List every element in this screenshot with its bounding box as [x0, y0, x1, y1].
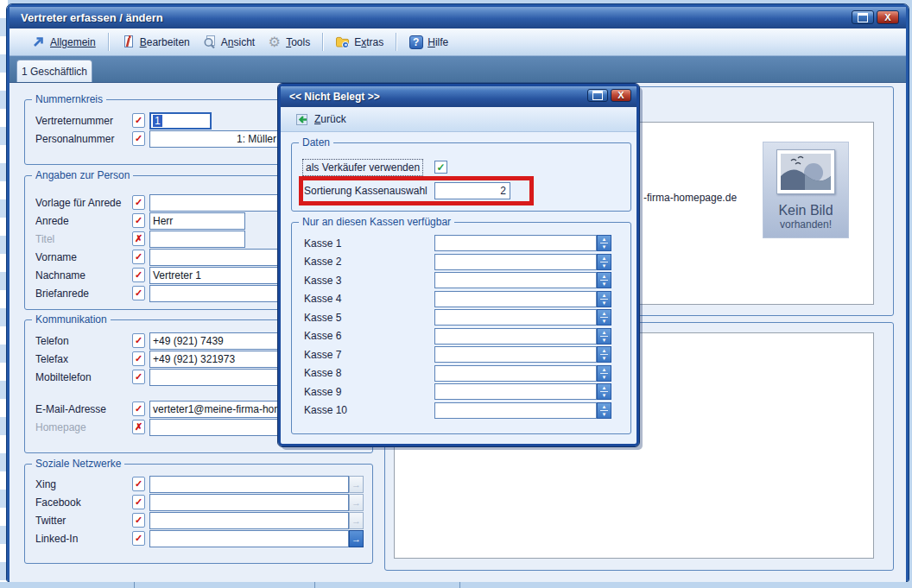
- field-label-xing: Xing: [35, 478, 132, 490]
- background-window-edge: [314, 582, 315, 588]
- kasse-label-7: Kasse 7: [304, 349, 434, 361]
- kasse-row-3: Kasse 3▲▼: [292, 271, 630, 290]
- required-marker-homepage-cross[interactable]: ✗: [132, 420, 145, 434]
- required-marker-vorlage-fuer-anrede-check[interactable]: ✓: [132, 195, 145, 210]
- restore-button[interactable]: [852, 10, 874, 24]
- required-marker-twitter-check[interactable]: ✓: [132, 513, 145, 528]
- spinner-divider: [600, 354, 608, 355]
- kasse-spinner-7[interactable]: ▲▼: [597, 346, 611, 363]
- required-marker-personalnummer-check[interactable]: ✓: [132, 131, 145, 146]
- back-button[interactable]: Zurück: [289, 111, 352, 129]
- required-marker-telefon-check[interactable]: ✓: [132, 333, 145, 348]
- required-marker-mobiltelefon-check[interactable]: ✓: [132, 370, 145, 384]
- required-marker-telefax-check[interactable]: ✓: [132, 351, 145, 366]
- groupbox-title: Soziale Netzwerke: [32, 458, 124, 470]
- kasse-input-5[interactable]: [434, 309, 597, 326]
- menu-bearbeiten[interactable]: Bearbeiten: [115, 32, 196, 52]
- no-image-text-line2: vorhanden!: [780, 218, 832, 231]
- required-marker-nachname-check[interactable]: ✓: [132, 268, 145, 282]
- kasse-input-1[interactable]: [434, 235, 597, 251]
- kasse-spinner-4[interactable]: ▲▼: [597, 291, 611, 307]
- field-input-vertreternummer[interactable]: 1: [149, 112, 212, 130]
- spinner-up-icon: ▲: [602, 348, 607, 353]
- menu-allgemein[interactable]: Allgemein: [25, 32, 102, 52]
- required-marker-facebook-check[interactable]: ✓: [132, 495, 145, 509]
- dialog-title-bar[interactable]: << Nicht Belegt >> X: [281, 86, 636, 107]
- field-label-telefon: Telefon: [35, 335, 132, 347]
- groupbox-title: Nummernkreis: [32, 93, 106, 105]
- menu-ansicht[interactable]: Ansicht: [196, 32, 261, 52]
- spinner-divider: [600, 317, 608, 318]
- kasse-row-10: Kasse 10▲▼: [292, 401, 630, 420]
- kasse-label-6: Kasse 6: [304, 330, 434, 342]
- kasse-label-8: Kasse 8: [304, 367, 434, 379]
- required-marker-linkedin-check[interactable]: ✓: [132, 531, 145, 546]
- dialog-close-button[interactable]: X: [611, 89, 631, 102]
- spinner-down-icon: ▼: [602, 412, 607, 417]
- required-marker-email-check[interactable]: ✓: [132, 401, 145, 416]
- open-link-button-twitter[interactable]: →: [349, 512, 364, 529]
- field-input-linkedin[interactable]: [149, 530, 349, 547]
- field-row-xing: Xing✓→: [25, 475, 372, 493]
- field-input-anrede[interactable]: Herr: [149, 212, 245, 230]
- spinner-up-icon: ▲: [602, 293, 607, 298]
- spinner-down-icon: ▼: [602, 244, 607, 250]
- kasse-row-8: Kasse 8▲▼: [292, 364, 630, 383]
- tab-geschaeftlich[interactable]: 1 Geschäftlich: [16, 60, 92, 82]
- menu-label-hilfe: Hilfe: [428, 36, 448, 48]
- field-input-xing[interactable]: [149, 476, 349, 493]
- open-link-button-xing[interactable]: →: [349, 476, 364, 493]
- kasse-input-2[interactable]: [434, 254, 597, 270]
- close-button[interactable]: X: [877, 10, 899, 24]
- field-label-titel: Titel: [35, 233, 132, 245]
- menu-hilfe[interactable]: ?Hilfe: [402, 32, 454, 52]
- required-marker-anrede-check[interactable]: ✓: [132, 213, 145, 228]
- kasse-spinner-10[interactable]: ▲▼: [597, 402, 611, 419]
- no-image-text-line1: Kein Bild: [778, 203, 833, 218]
- spinner-down-icon: ▼: [602, 393, 607, 398]
- als-verkaeufer-checkbox[interactable]: ✓: [434, 161, 447, 174]
- kasse-input-6[interactable]: [434, 328, 597, 345]
- required-marker-vertreternummer-check[interactable]: ✓: [132, 113, 145, 128]
- kasse-spinner-5[interactable]: ▲▼: [597, 309, 611, 326]
- field-label-personalnummer: Personalnummer: [35, 133, 132, 145]
- spinner-up-icon: ▲: [602, 274, 607, 279]
- field-input-twitter[interactable]: [149, 512, 349, 529]
- menu-extras[interactable]: Extras: [329, 32, 390, 52]
- open-link-button-linkedin[interactable]: →: [349, 530, 364, 547]
- kasse-input-4[interactable]: [434, 291, 597, 307]
- kasse-spinner-2[interactable]: ▲▼: [597, 254, 611, 270]
- spinner-down-icon: ▼: [602, 300, 607, 306]
- kasse-spinner-6[interactable]: ▲▼: [597, 328, 611, 345]
- spinner-down-icon: ▼: [602, 375, 607, 380]
- required-marker-briefanrede-check[interactable]: ✓: [132, 286, 145, 300]
- dialog-toolbar: Zurück: [281, 107, 636, 132]
- field-input-titel[interactable]: [149, 231, 245, 248]
- app-window: Vertreter erfassen / ändern X AllgemeinB…: [7, 4, 909, 581]
- kasse-spinner-8[interactable]: ▲▼: [597, 365, 611, 382]
- kasse-input-8[interactable]: [434, 365, 597, 382]
- menu-tools[interactable]: ⚙Tools: [261, 32, 316, 52]
- kasse-row-2: Kasse 2▲▼: [292, 253, 630, 272]
- field-input-facebook[interactable]: [149, 494, 349, 511]
- groupbox-title: Angaben zur Person: [32, 169, 133, 181]
- kasse-spinner-3[interactable]: ▲▼: [597, 272, 611, 288]
- open-link-button-facebook[interactable]: →: [349, 494, 364, 511]
- kasse-input-9[interactable]: [434, 383, 597, 400]
- kasse-spinner-9[interactable]: ▲▼: [597, 383, 611, 400]
- dialog-restore-button[interactable]: [587, 89, 608, 102]
- toolbar-separator: [108, 33, 109, 51]
- spinner-divider: [600, 243, 608, 243]
- field-label-nachname: Nachname: [35, 269, 132, 281]
- required-marker-titel-cross[interactable]: ✗: [132, 231, 145, 246]
- required-marker-vorname-check[interactable]: ✓: [132, 250, 145, 264]
- kasse-input-3[interactable]: [434, 272, 597, 288]
- field-label-twitter: Twitter: [35, 515, 132, 527]
- kasse-input-10[interactable]: [434, 402, 597, 419]
- kasse-spinner-1[interactable]: ▲▼: [597, 235, 611, 251]
- required-marker-xing-check[interactable]: ✓: [132, 477, 145, 491]
- kasse-input-7[interactable]: [434, 346, 597, 363]
- groupbox-soziale-netzwerke: Soziale Netzwerke Xing✓→Facebook✓→Twitte…: [24, 464, 373, 564]
- edit-document-icon: [121, 35, 136, 49]
- title-bar[interactable]: Vertreter erfassen / ändern X: [10, 7, 906, 28]
